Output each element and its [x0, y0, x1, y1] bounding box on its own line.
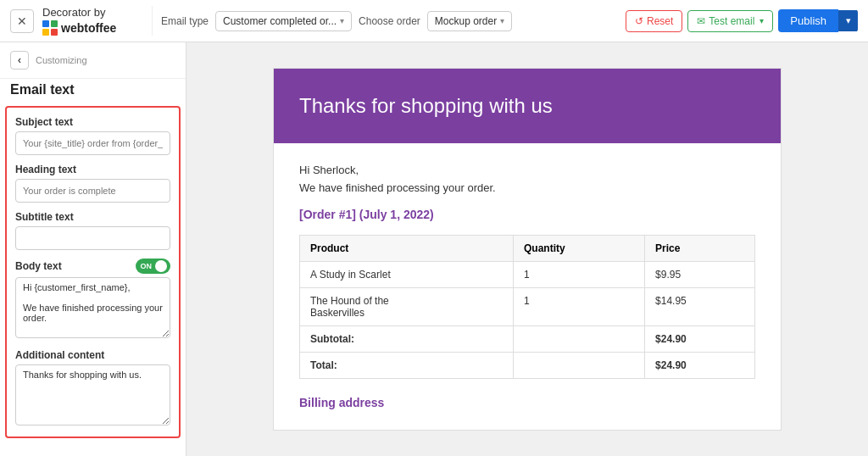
col-product: Product	[300, 236, 514, 262]
subtotal-label: Subtotal:	[300, 326, 514, 353]
topbar-controls: Email type Customer completed or... ▾ Ch…	[161, 11, 617, 31]
logo-sq-yellow	[42, 29, 49, 36]
email-container: Thanks for shopping with us Hi Sherlock,…	[273, 68, 782, 431]
topbar: ✕ Decorator by webtoffee Email type Cust…	[0, 0, 868, 42]
choose-order-select[interactable]: Mockup order ▾	[427, 11, 512, 31]
product-qty-1: 1	[514, 262, 645, 288]
heading-group: Heading text	[15, 164, 170, 203]
total-row: Total: $24.90	[300, 353, 755, 379]
back-icon: ‹	[18, 54, 21, 66]
table-header-row: Product Quantity Price	[300, 236, 755, 262]
publish-dropdown-button[interactable]: ▾	[838, 10, 858, 31]
reset-icon: ↺	[635, 15, 643, 27]
subtitle-label: Subtitle text	[15, 211, 170, 223]
email-type-select[interactable]: Customer completed or... ▾	[215, 11, 352, 31]
test-email-button[interactable]: ✉ Test email ▾	[687, 10, 773, 32]
reset-button[interactable]: ↺ Reset	[626, 10, 682, 32]
total-empty	[514, 353, 645, 379]
close-icon: ✕	[17, 14, 27, 28]
test-email-label: Test email	[709, 15, 754, 27]
product-name-2: The Hound of the Baskervilles	[300, 288, 514, 326]
toggle-label: ON	[139, 262, 154, 270]
email-header-title: Thanks for shopping with us	[299, 94, 755, 118]
choose-order-value: Mockup order	[435, 15, 497, 27]
email-type-value: Customer completed or...	[223, 15, 337, 27]
additional-label: Additional content	[15, 349, 170, 361]
choose-order-label: Choose order	[359, 15, 420, 27]
subject-label: Subject text	[15, 116, 170, 128]
close-button[interactable]: ✕	[10, 9, 34, 33]
chevron-down-icon: ▾	[340, 16, 344, 25]
chevron-down-icon-3: ▾	[760, 16, 764, 25]
product-price-2: $14.95	[645, 288, 755, 326]
subject-input[interactable]	[15, 131, 170, 155]
sidebar-title: Email text	[0, 79, 186, 106]
logo-squares	[42, 20, 58, 36]
brand-name: webtoffee	[61, 21, 116, 35]
body-textarea[interactable]: Hi {customer_first_name}, We have finish…	[15, 277, 170, 338]
email-body: Hi Sherlock, We have finished processing…	[274, 143, 781, 430]
body-label: Body text ON	[15, 259, 170, 274]
main-layout: ‹ Customizing Email text Subject text He…	[0, 42, 868, 456]
brand-title: Decorator by	[42, 6, 105, 19]
col-price: Price	[645, 236, 755, 262]
publish-button-group: Publish ▾	[778, 9, 858, 32]
product-name-1: A Study in Scarlet	[300, 262, 514, 288]
email-greeting: Hi Sherlock,	[299, 164, 755, 176]
publish-button[interactable]: Publish	[778, 9, 838, 32]
email-type-label: Email type	[161, 15, 209, 27]
additional-textarea[interactable]: Thanks for shopping with us.	[15, 364, 170, 425]
sidebar-form: Subject text Heading text Subtitle text …	[5, 106, 181, 438]
sidebar-nav: ‹ Customizing	[0, 42, 186, 79]
billing-title: Billing address	[299, 396, 755, 409]
table-row: The Hound of the Baskervilles 1 $14.95	[300, 288, 755, 326]
total-value: $24.90	[645, 353, 755, 379]
brand-logo: webtoffee	[42, 20, 116, 36]
email-icon: ✉	[697, 15, 705, 27]
additional-group: Additional content Thanks for shopping w…	[15, 349, 170, 428]
product-price-1: $9.95	[645, 262, 755, 288]
logo-sq-blue	[42, 20, 49, 27]
logo-sq-red	[51, 29, 58, 36]
brand: Decorator by webtoffee	[42, 6, 153, 36]
product-qty-2: 1	[514, 288, 645, 326]
subject-group: Subject text	[15, 116, 170, 155]
body-group: Body text ON Hi {customer_first_name}, W…	[15, 259, 170, 341]
email-header: Thanks for shopping with us	[274, 69, 781, 143]
total-label: Total:	[300, 353, 514, 379]
content-area: Thanks for shopping with us Hi Sherlock,…	[186, 42, 868, 456]
subtitle-input[interactable]	[15, 226, 170, 250]
body-toggle[interactable]: ON	[136, 259, 171, 274]
subtotal-value: $24.90	[645, 326, 755, 353]
logo-sq-green	[51, 20, 58, 27]
heading-label: Heading text	[15, 164, 170, 175]
subtotal-empty	[514, 326, 645, 353]
subtitle-group: Subtitle text	[15, 211, 170, 250]
email-order-link[interactable]: [Order #1] (July 1, 2022)	[299, 208, 755, 221]
sidebar-back-button[interactable]: ‹	[10, 51, 29, 70]
topbar-actions: ↺ Reset ✉ Test email ▾ Publish ▾	[626, 9, 858, 32]
subtotal-row: Subtotal: $24.90	[300, 326, 755, 353]
order-table: Product Quantity Price A Study in Scarle…	[299, 235, 755, 379]
heading-input[interactable]	[15, 179, 170, 203]
reset-label: Reset	[647, 15, 673, 27]
sidebar: ‹ Customizing Email text Subject text He…	[0, 42, 186, 456]
toggle-knob	[155, 260, 167, 272]
chevron-down-icon-4: ▾	[846, 15, 851, 25]
email-intro: We have finished processing your order.	[299, 181, 755, 194]
breadcrumb: Customizing	[36, 55, 87, 65]
chevron-down-icon-2: ▾	[500, 16, 504, 25]
table-row: A Study in Scarlet 1 $9.95	[300, 262, 755, 288]
col-quantity: Quantity	[514, 236, 645, 262]
